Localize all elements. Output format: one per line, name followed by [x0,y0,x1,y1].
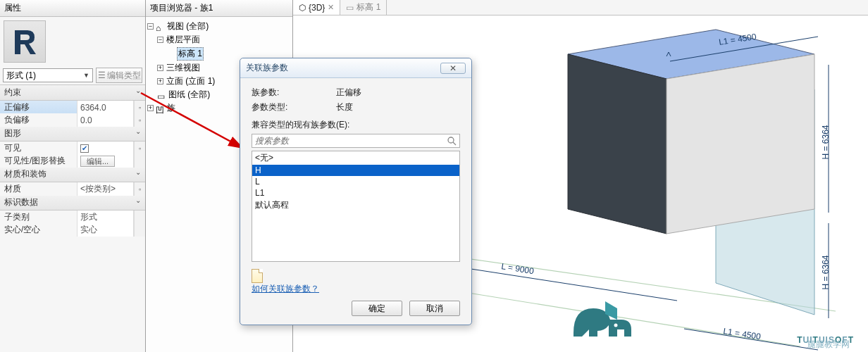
dim-h1: H = 6364 [821,125,831,159]
tab-level1[interactable]: ▭ 标高 1 [340,0,387,15]
edit-type-button[interactable]: ☰ 编辑类型 [96,68,142,83]
associate-button-4[interactable]: ▫ [134,182,145,196]
tab-3d[interactable]: ⬡ {3D} ✕ [293,0,340,15]
associate-button-2[interactable]: ▫ [134,113,145,127]
dialog-close-button[interactable]: ✕ [440,63,466,74]
search-input[interactable] [255,136,447,146]
property-grid: 约束⌄ 正偏移 6364.0 ▫ 负偏移 0.0 ▫ 图形⌄ 可见 ✔ ▫ 可见… [0,84,145,236]
pos-offset-value[interactable]: 6364.0 [78,101,134,114]
list-item-h[interactable]: H [252,165,459,176]
list-item-elev[interactable]: 默认高程 [252,199,459,212]
pos-offset-label: 正偏移 [0,101,78,114]
fam-param-value: 正偏移 [336,87,361,99]
row-visible[interactable]: 可见 ✔ ▫ [0,142,145,154]
material-value[interactable]: <按类别> [78,182,134,196]
associate-button-3[interactable]: ▫ [134,142,145,155]
close-tab-icon[interactable]: ✕ [328,3,334,12]
sheets-icon: ▭ [157,92,166,99]
svg-point-12 [614,324,618,327]
svg-line-15 [453,142,456,145]
neg-offset-label: 负偏移 [0,113,78,127]
group-graphics[interactable]: 图形⌄ [0,126,145,142]
close-icon: ✕ [450,63,457,73]
search-box[interactable] [252,134,460,148]
type-selector-value: 形式 (1) [6,70,36,82]
list-item-none[interactable]: <无> [252,151,459,165]
tab-level1-label: 标高 1 [356,1,380,13]
revit-logo [4,20,46,63]
dialog-title: 关联族参数 [246,62,440,74]
neg-offset-value[interactable]: 0.0 [78,113,134,127]
type-selector[interactable]: 形式 (1) ▼ [3,68,93,82]
parameter-list[interactable]: <无> H L L1 默认高程 [252,151,460,262]
collapse-icon[interactable]: − [157,37,163,43]
cancel-button[interactable]: 取消 [409,301,460,316]
edit-type-label: 编辑类型 [107,70,141,82]
dialog-titlebar[interactable]: 关联族参数 ✕ [240,58,471,78]
svg-point-14 [448,137,454,143]
list-item-l1[interactable]: L1 [252,187,459,199]
collapse-icon[interactable]: − [147,23,154,30]
dim-l1-bottom: L1 = 4500 [723,326,762,341]
family-icon: 凹 [156,105,164,112]
group-constraints[interactable]: 约束⌄ [0,85,145,101]
help-link[interactable]: 如何关联族参数？ [252,284,319,294]
subcat-label: 子类别 [0,210,78,224]
row-material[interactable]: 材质 <按类别> ▫ [0,182,145,195]
expand-icon: ⌄ [135,168,141,180]
cube-icon: ⬡ [299,3,306,13]
tab-3d-label: {3D} [309,3,325,13]
watermark-sub: 腿腿教学网 [807,339,850,351]
group-identity[interactable]: 标识数据⌄ [0,195,145,210]
dim-h2: H = 6364 [821,255,831,289]
param-type-label: 参数类型: [252,101,315,113]
elephant-logo [566,294,637,344]
search-icon [447,136,457,146]
row-neg-offset[interactable]: 负偏移 0.0 ▫ [0,113,145,126]
override-value: 编辑... [78,154,134,168]
list-item-l[interactable]: L [252,176,459,187]
edit-type-icon: ☰ [98,70,106,80]
properties-title: 属性 [0,0,145,17]
expand-icon: ⌄ [135,127,141,139]
solid-label: 实心/空心 [0,223,78,237]
row-solid[interactable]: 实心/空心 实心 [0,223,145,236]
svg-marker-4 [568,54,666,234]
row-subcat[interactable]: 子类别 形式 [0,210,145,223]
help-icon [252,269,263,283]
solid-value[interactable]: 实心 [78,223,134,237]
list-label: 兼容类型的现有族参数(E): [252,119,460,131]
expand-icon[interactable]: + [157,65,163,71]
svg-marker-5 [666,54,814,234]
expand-icon[interactable]: + [157,78,163,84]
override-label: 可见性/图形替换 [0,154,78,168]
tree-views[interactable]: −⌂视图 (全部) [147,20,291,33]
associate-param-dialog: 关联族参数 ✕ 族参数:正偏移 参数类型:长度 兼容类型的现有族参数(E): <… [240,58,472,325]
row-pos-offset[interactable]: 正偏移 6364.0 ▫ [0,101,145,113]
expand-icon: ⌄ [135,87,141,99]
associate-button[interactable]: ▫ [134,101,145,114]
checkbox-icon[interactable]: ✔ [80,144,89,153]
visible-value[interactable]: ✔ [78,142,134,155]
sheet-icon: ▭ [346,3,354,13]
ok-button[interactable]: 确定 [352,301,402,316]
param-type-value: 长度 [336,101,353,113]
material-label: 材质 [0,182,78,196]
view-tabbar: ⬡ {3D} ✕ ▭ 标高 1 [293,0,868,15]
tree-floor[interactable]: −楼层平面 [147,33,291,46]
project-browser-title: 项目浏览器 - 族1 [146,0,292,17]
views-icon: ⌂ [156,23,164,30]
expand-icon: ⌄ [135,196,141,208]
visible-label: 可见 [0,142,78,155]
group-material[interactable]: 材质和装饰⌄ [0,167,145,182]
subcat-value[interactable]: 形式 [78,210,134,224]
dropdown-icon: ▼ [83,72,89,79]
edit-override-button[interactable]: 编辑... [80,156,115,167]
properties-panel: 属性 形式 (1) ▼ ☰ 编辑类型 约束⌄ 正偏移 6364.0 ▫ 负偏移 … [0,0,146,352]
row-override[interactable]: 可见性/图形替换 编辑... [0,154,145,167]
fam-param-label: 族参数: [252,87,315,99]
expand-icon[interactable]: + [147,105,154,111]
